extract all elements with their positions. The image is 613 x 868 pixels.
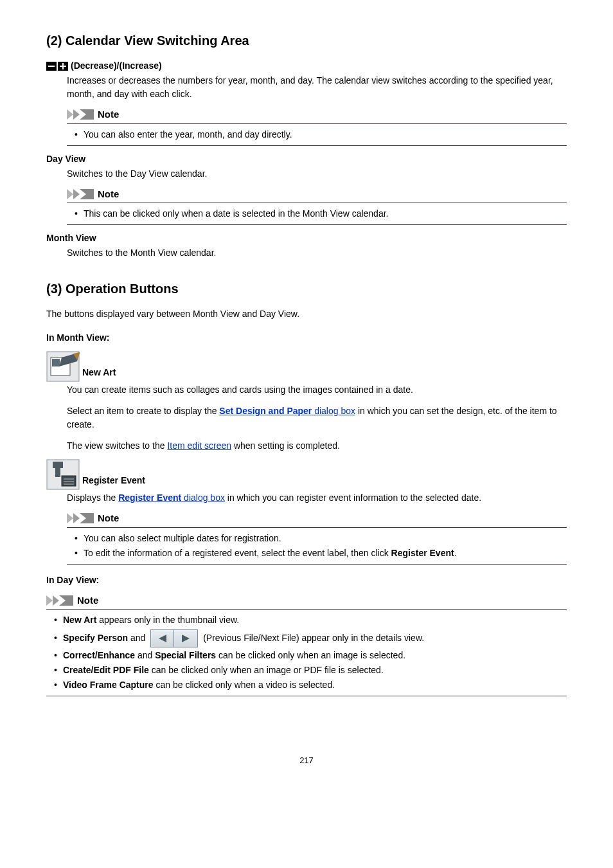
svg-rect-1 xyxy=(48,66,55,67)
svg-marker-10 xyxy=(80,189,94,199)
note-list: New Art appears only in the thumbnail vi… xyxy=(54,613,567,692)
svg-marker-25 xyxy=(80,513,94,523)
note-label: Note xyxy=(98,187,119,202)
note-item: To edit the information of a registered … xyxy=(75,547,567,560)
divider xyxy=(67,527,567,528)
svg-marker-24 xyxy=(73,513,80,523)
svg-marker-6 xyxy=(73,109,80,120)
svg-marker-27 xyxy=(53,595,59,606)
note-icon xyxy=(67,109,94,120)
note-label: Note xyxy=(98,107,119,122)
svg-marker-28 xyxy=(59,595,73,606)
note-item: Create/Edit PDF File can be clicked only… xyxy=(54,664,567,677)
month-view-term: Month View xyxy=(46,231,567,245)
note-item: New Art appears only in the thumbnail vi… xyxy=(54,613,567,627)
svg-rect-18 xyxy=(55,468,60,477)
svg-marker-30 xyxy=(182,635,190,642)
note-label: Note xyxy=(77,593,98,608)
page-number: 217 xyxy=(46,754,567,767)
note-icon xyxy=(67,189,94,199)
link-tail: dialog box xyxy=(181,493,225,503)
decrease-increase-label: (Decrease)/(Increase) xyxy=(71,60,162,71)
svg-marker-9 xyxy=(73,189,80,199)
divider xyxy=(67,123,567,124)
minus-icon xyxy=(46,62,57,71)
in-day-view-label: In Day View: xyxy=(46,574,567,587)
note-item: You can also enter the year, month, and … xyxy=(75,128,567,141)
link-bold: Set Design and Paper xyxy=(219,406,312,416)
new-art-p1: You can create items such as collages an… xyxy=(67,383,567,397)
svg-marker-7 xyxy=(80,109,94,120)
svg-rect-13 xyxy=(52,359,60,366)
register-event-icon xyxy=(46,459,80,490)
new-art-p2: Select an item to create to display the … xyxy=(67,404,567,431)
svg-marker-5 xyxy=(67,109,73,120)
svg-marker-8 xyxy=(67,189,73,199)
text: can be clicked only when a video is sele… xyxy=(154,680,335,690)
svg-marker-23 xyxy=(67,513,73,523)
register-event-p1: Displays the Register Event dialog box i… xyxy=(67,491,567,505)
note-list: You can also enter the year, month, and … xyxy=(75,128,567,141)
svg-rect-4 xyxy=(62,63,64,69)
decrease-increase-term: (Decrease)/(Increase) xyxy=(46,59,567,73)
note-label: Note xyxy=(98,511,119,526)
day-view-term: Day View xyxy=(46,152,567,166)
text: can be clicked only when an image or PDF… xyxy=(149,665,384,675)
svg-rect-17 xyxy=(53,462,63,468)
link-tail: dialog box xyxy=(312,406,355,416)
text: Displays the xyxy=(67,493,118,503)
decrease-increase-body: Increases or decreases the numbers for y… xyxy=(67,74,567,101)
register-event-link[interactable]: Register Event dialog box xyxy=(118,493,225,503)
next-file-icon xyxy=(174,630,197,647)
text: To edit the information of a registered … xyxy=(84,548,391,558)
divider xyxy=(46,609,567,610)
divider xyxy=(67,145,567,146)
divider xyxy=(67,224,567,225)
text: appears only in the thumbnail view. xyxy=(96,615,239,625)
plus-icon xyxy=(58,62,68,71)
day-view-body: Switches to the Day View calendar. xyxy=(67,167,567,181)
note-item: Correct/Enhance and Special Filters can … xyxy=(54,649,567,662)
svg-rect-19 xyxy=(62,476,76,486)
svg-marker-26 xyxy=(46,595,53,606)
register-event-label: Register Event xyxy=(82,474,145,490)
text: Select an item to create to display the xyxy=(67,406,219,416)
text: . xyxy=(454,548,457,558)
divider xyxy=(46,696,567,696)
section-3-heading: (3) Operation Buttons xyxy=(46,279,567,298)
text: in which you can register event informat… xyxy=(225,493,481,503)
bold-text: New Art xyxy=(63,615,96,625)
bold-text: Video Frame Capture xyxy=(63,680,154,690)
bold-text: Create/Edit PDF File xyxy=(63,665,149,675)
in-month-view-label: In Month View: xyxy=(46,331,567,345)
note-item: Specify Person and (Previous File/Next F… xyxy=(54,628,567,647)
text: can be clicked only when an image is sel… xyxy=(216,650,405,660)
text: and xyxy=(135,650,155,660)
bold-text: Register Event xyxy=(391,548,454,558)
prev-next-file-button[interactable] xyxy=(150,629,198,647)
note-list: This can be clicked only when a date is … xyxy=(75,207,567,221)
set-design-paper-link[interactable]: Set Design and Paper dialog box xyxy=(219,406,355,416)
note-icon xyxy=(46,595,73,606)
new-art-label: New Art xyxy=(82,366,116,382)
divider xyxy=(67,203,567,203)
note-icon xyxy=(67,513,94,523)
link-bold: Register Event xyxy=(118,493,181,503)
bold-text: Special Filters xyxy=(155,650,216,660)
new-art-icon xyxy=(46,351,80,382)
note-item: This can be clicked only when a date is … xyxy=(75,207,567,221)
item-edit-screen-link[interactable]: Item edit screen xyxy=(167,440,231,451)
bold-text: Specify Person xyxy=(63,633,128,643)
note-item: You can also select multiple dates for r… xyxy=(75,532,567,545)
section-2-heading: (2) Calendar View Switching Area xyxy=(46,31,567,50)
text: (Previous File/Next File) appear only in… xyxy=(200,633,424,643)
text: The view switches to the xyxy=(67,440,167,451)
section-3-intro: The buttons displayed vary between Month… xyxy=(46,307,567,321)
svg-marker-29 xyxy=(159,635,166,642)
bold-text: Correct/Enhance xyxy=(63,650,135,660)
month-view-body: Switches to the Month View calendar. xyxy=(67,246,567,260)
note-item: Video Frame Capture can be clicked only … xyxy=(54,678,567,692)
note-list: You can also select multiple dates for r… xyxy=(75,532,567,560)
text: and xyxy=(128,633,148,643)
previous-file-icon xyxy=(151,630,174,647)
